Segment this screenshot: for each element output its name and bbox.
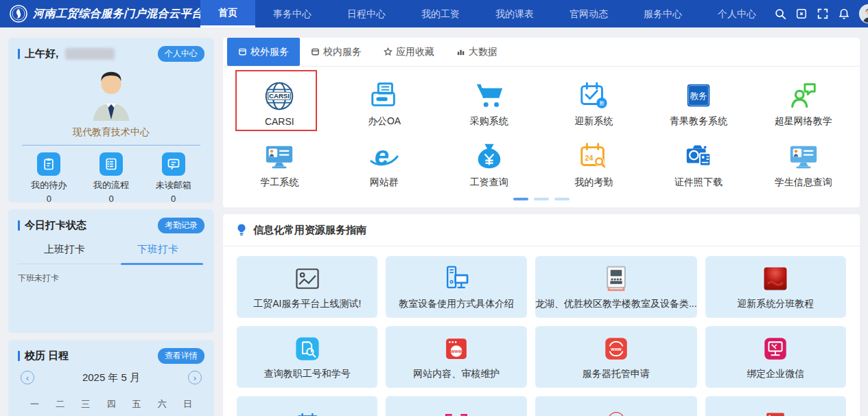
app-carsi[interactable]: CARSI CARSI [227, 72, 332, 133]
department-name: 现代教育技术中心 [18, 126, 204, 139]
nav-service-center[interactable]: 服务中心 [626, 0, 700, 27]
nav-my-timetable[interactable]: 我的课表 [478, 0, 552, 27]
app-chaoxing-teaching[interactable]: 超星网络教学 [751, 72, 856, 133]
card-icon [238, 47, 247, 56]
carsi-globe-icon: CARSI [262, 78, 296, 114]
stat-unread-mail[interactable]: 未读邮箱 0 [142, 152, 204, 204]
app-student-info-query[interactable]: 学生信息查询 [751, 133, 856, 194]
search-icon[interactable] [774, 8, 786, 20]
printer-icon [368, 78, 400, 113]
calendar-card: 校历 日程 查看详情 ‹ 2025 年 5 月 › 一 二 三 四 五 六 日 [8, 340, 214, 416]
guide-server-hosting[interactable]: www 服务器托管申请 [535, 326, 697, 388]
monitor-id-icon [263, 139, 295, 174]
tab-internal-services[interactable]: 校内服务 [300, 38, 373, 66]
user-avatar[interactable] [859, 4, 868, 23]
prev-month-icon[interactable]: ‹ [21, 371, 34, 384]
personal-center-button[interactable]: 个人中心 [158, 46, 204, 62]
guide-server-card[interactable] [705, 396, 846, 416]
red-image-icon [760, 264, 790, 294]
calendar-title: 校历 日程 [25, 349, 69, 362]
profile-card: 上午好, 个人中心 现代教育技术中心 我的待办 0 [8, 38, 214, 203]
nav-personal-center[interactable]: 个人中心 [700, 0, 774, 27]
guide-calendar-card[interactable] [237, 396, 377, 416]
www-circle-icon: www [602, 334, 631, 364]
main-content: 校外服务 校内服务 应用收藏 大数据 [223, 38, 860, 416]
app-my-attendance[interactable]: 24 我的考勤 [541, 133, 646, 194]
guide-wifi-card[interactable] [535, 396, 697, 416]
guide-panel: 信息化常用资源服务指南 工贸AI服务平台上线测试! 教室设备使用方式具体介绍 [223, 214, 860, 416]
app-website-group[interactable]: e 网站群 [332, 133, 437, 194]
guide-website-maintenance[interactable]: WWW 网站内容、审核维护 [386, 326, 526, 388]
nav-schedule-center[interactable]: 日程中心 [329, 0, 403, 27]
calendar-blue-icon [292, 410, 322, 416]
tab-external-services[interactable]: 校外服务 [227, 38, 300, 66]
header-actions [774, 4, 868, 23]
app-xuegong-system[interactable]: 学工系统 [227, 133, 332, 194]
pagination-dot[interactable] [513, 198, 528, 200]
guide-campus-classroom[interactable]: 龙湖、优胜校区教学楼教室及设备类... [535, 256, 697, 318]
pagination-dot[interactable] [534, 198, 549, 200]
svg-text:新: 新 [599, 100, 605, 106]
app-id-photo-download[interactable]: 证件照下载 [646, 133, 751, 194]
guide-face-card[interactable] [386, 396, 526, 416]
nav-official-news[interactable]: 官网动态 [552, 0, 626, 27]
bar-chart-icon [456, 47, 465, 56]
attendance-tabs: 上班打卡 下班打卡 [18, 243, 204, 256]
classroom-icon [601, 264, 631, 294]
logo[interactable]: 河南工贸综合服务门户混合云平台 [0, 5, 200, 23]
title-bar-accent [18, 351, 20, 361]
guide-grid: 工贸AI服务平台上线测试! 教室设备使用方式具体介绍 龙湖、优胜校区教学楼教室及… [223, 246, 860, 416]
tab-clock-in[interactable]: 上班打卡 [18, 243, 111, 256]
attendance-card: 今日打卡状态 考勤记录 上班打卡 下班打卡 下班未打卡 [8, 209, 214, 333]
tab-app-favorites[interactable]: 应用收藏 [373, 38, 445, 66]
calendar-check-icon: 新 [578, 78, 609, 113]
guide-staff-id-query[interactable]: 查询教职工号和学号 [237, 326, 377, 388]
fullscreen-icon[interactable] [817, 8, 829, 20]
server-stack-icon [760, 410, 790, 416]
guide-welcome-tutorial[interactable]: 迎新系统分班教程 [705, 256, 846, 318]
calendar-month-nav: ‹ 2025 年 5 月 › [18, 371, 204, 384]
carousel-pagination [223, 194, 860, 207]
stat-my-todo[interactable]: 我的待办 0 [18, 152, 80, 204]
camera-id-icon [683, 139, 714, 174]
app-welcome-system[interactable]: 新 迎新系统 [541, 72, 646, 133]
main-nav: 首页 事务中心 日程中心 我的工资 我的课表 官网动态 服务中心 个人中心 [200, 0, 774, 27]
monitor-pink-icon [761, 334, 790, 364]
pagination-dot[interactable] [554, 198, 570, 200]
weekday-header: 一 二 三 四 五 六 日 [18, 398, 204, 411]
nav-home[interactable]: 首页 [200, 0, 255, 27]
stat-my-process[interactable]: 我的流程 0 [80, 152, 143, 204]
computer-tower-icon [441, 264, 471, 294]
guide-section-title: 信息化常用资源服务指南 [253, 224, 366, 237]
svg-text:CARSI: CARSI [269, 92, 290, 100]
month-label: 2025 年 5 月 [34, 371, 188, 384]
app-salary-query[interactable]: 工资查询 [436, 133, 541, 194]
next-month-icon[interactable]: › [188, 371, 202, 384]
window-icon[interactable] [795, 8, 808, 20]
calendar-detail-button[interactable]: 查看详情 [158, 348, 204, 364]
app-qingguo-jiaowu[interactable]: 教务 青果教务系统 [646, 72, 751, 133]
greeting-text: 上午好, [25, 47, 58, 60]
tab-big-data[interactable]: 大数据 [445, 38, 508, 66]
tab-clock-out[interactable]: 下班打卡 [111, 243, 204, 256]
app-office-oa[interactable]: 办公OA [332, 72, 437, 133]
title-bar-accent [18, 49, 20, 59]
guide-ai-platform[interactable]: 工贸AI服务平台上线测试! [237, 256, 377, 318]
image-chart-icon [292, 264, 322, 294]
monitor-id-light-icon [788, 139, 819, 174]
nav-my-salary[interactable]: 我的工资 [403, 0, 478, 27]
school-logo-icon [10, 5, 27, 23]
app-procurement[interactable]: 采购系统 [436, 72, 541, 133]
guide-wechat-binding[interactable]: 绑定企业微信 [705, 326, 846, 388]
attendance-record-button[interactable]: 考勤记录 [158, 218, 204, 233]
nav-affairs-center[interactable]: 事务中心 [255, 0, 329, 27]
app-grid: CARSI CARSI 办公OA 采购系统 [223, 67, 860, 194]
process-doc-icon [99, 152, 123, 176]
divider [22, 145, 200, 146]
portal-page: 河南工贸综合服务门户混合云平台 首页 事务中心 日程中心 我的工资 我的课表 官… [0, 0, 868, 416]
bell-icon[interactable] [838, 8, 850, 20]
top-navbar: 河南工贸综合服务门户混合云平台 首页 事务中心 日程中心 我的工资 我的课表 官… [0, 0, 868, 27]
redacted-username [65, 48, 115, 60]
guide-classroom-equipment[interactable]: 教室设备使用方式具体介绍 [386, 256, 526, 318]
svg-text:WWW: WWW [451, 349, 462, 354]
